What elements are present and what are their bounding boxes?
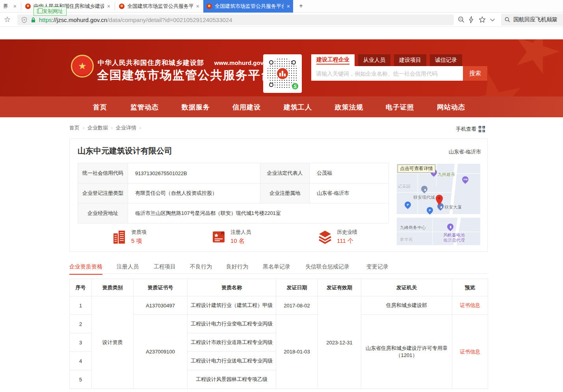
tab-change-records[interactable]: 变更记录 <box>366 263 388 270</box>
col-header: 资质类别 <box>92 279 134 296</box>
search-tab-project[interactable]: 建设项目 <box>394 54 426 66</box>
breadcrumb-sep-icon: › <box>83 125 84 131</box>
zoom-out-icon[interactable] <box>457 16 465 24</box>
nav-item-credit[interactable]: 信用建设 <box>232 103 261 112</box>
search-tab-enterprise[interactable]: 建设工程企业 <box>311 54 355 66</box>
nav-item-policy[interactable]: 政策法规 <box>335 103 363 112</box>
site-favicon-icon <box>119 4 124 9</box>
company-name: 山东中元建筑设计有限公司 <box>78 146 172 156</box>
breadcrumb-company-detail[interactable]: 企业详情 <box>116 124 136 131</box>
col-header: 资质名称 <box>188 279 276 296</box>
search-tab-label: 建设工程企业 <box>316 56 349 65</box>
url-field[interactable]: https://jzsc.mohurd.gov.cn/data/company/… <box>17 15 454 25</box>
map-label-supermarket: 九州超市 <box>438 172 455 178</box>
browser-tab-active[interactable]: 全国建筑市场监管公共服务平台 × <box>203 0 293 13</box>
field-label: 企业经营地址 <box>78 203 128 224</box>
keyword-search-input[interactable] <box>311 66 463 81</box>
qr-finder-icon <box>269 60 273 65</box>
breadcrumb-sep-icon: › <box>139 125 141 131</box>
header-search-tabs: 建设工程企业 从业人员 建设项目 诚信记录 <box>311 54 462 66</box>
location-map[interactable]: 点击可查看详情 ♦ 九州超市 ATM 记花园 ▗ 联安现代城 ▗ 联安大厦 P … <box>397 164 480 245</box>
close-icon[interactable]: × <box>107 3 110 9</box>
page: 界 × 中华人民共和国住房和城乡建设 × 全国建筑市场监管公共服务平台 × 全国… <box>0 0 563 392</box>
favorite-star-icon[interactable] <box>478 16 486 24</box>
valid-until: 2023-12-31 <box>318 296 361 389</box>
registration-region-value: 山东省-临沂市 <box>310 183 389 203</box>
tab-qualifications[interactable]: 企业资质资格 <box>69 263 102 275</box>
copy-icon <box>37 9 41 13</box>
tab-good-behavior[interactable]: 良好行为 <box>226 263 248 270</box>
legal-rep-value: 公茂福 <box>310 163 389 183</box>
map-label-garden: 记花园 <box>398 183 411 189</box>
url-scheme: https <box>39 17 52 23</box>
nav-item-supervision[interactable]: 监管动态 <box>130 103 159 112</box>
search-button[interactable]: 搜索 <box>463 66 487 81</box>
tab-title: 界 <box>3 3 10 10</box>
new-tab-button[interactable]: + <box>297 2 305 10</box>
registration-type-value: 有限责任公司（自然人投资或控股） <box>128 183 260 203</box>
qualification-name: 工程设计电力行业送电工程专业丙级 <box>188 352 276 370</box>
search-tab-label: 建设项目 <box>399 57 421 64</box>
qr-finder-icon <box>292 60 296 65</box>
parking-icon: P <box>426 206 435 215</box>
shield-icon[interactable] <box>21 17 27 23</box>
qualification-category: 设计资质 <box>92 296 134 389</box>
close-icon[interactable]: × <box>196 3 199 9</box>
row-no: 2 <box>70 315 92 333</box>
quick-search-box[interactable]: 国航回应飞机颠簸 <box>501 14 563 26</box>
breadcrumb-company-data[interactable]: 企业数据 <box>87 124 108 131</box>
browser-tab-partial[interactable]: 界 × <box>0 0 20 13</box>
header-qr-code: S <box>263 54 302 93</box>
platform-title: 全国建筑市场监管公共服务平台 <box>97 67 273 83</box>
search-tab-credit[interactable]: 诚信记录 <box>430 54 462 66</box>
nav-item-workers[interactable]: 建筑工人 <box>284 103 312 112</box>
tab-blacklist[interactable]: 黑名单记录 <box>263 263 290 270</box>
tab-divider <box>21 2 21 10</box>
search-tab-personnel[interactable]: 从业人员 <box>358 54 390 66</box>
copy-url-tooltip: 复制网址 <box>33 7 67 16</box>
tab-dishonesty-records[interactable]: 失信联合惩戒记录 <box>305 263 349 270</box>
breadcrumb-home[interactable]: 首页 <box>69 124 80 131</box>
search-tab-label: 从业人员 <box>363 57 385 64</box>
tab-projects[interactable]: 工程项目 <box>154 263 176 270</box>
authority-line: （1201） <box>364 352 450 359</box>
nav-item-home[interactable]: 首页 <box>93 103 107 112</box>
quick-search-text: 国航回应飞机颠簸 <box>513 16 557 23</box>
tab-registered-personnel[interactable]: 注册人员 <box>117 263 139 270</box>
tab-title: 全国建筑市场监管公共服务平台 <box>127 3 193 10</box>
search-icon <box>504 17 511 23</box>
nav-item-license[interactable]: 电子证照 <box>386 103 414 112</box>
copy-url-tooltip-text: 复制网址 <box>43 8 63 15</box>
tab-bad-behavior[interactable]: 不良行为 <box>190 263 212 270</box>
main-nav: 首页 监管动态 数据服务 信用建设 建筑工人 政策法规 电子证照 网站动态 <box>0 96 563 117</box>
nav-item-site-news[interactable]: 网站动态 <box>437 103 465 112</box>
nav-item-data-service[interactable]: 数据服务 <box>182 103 210 112</box>
flag-star-decoration <box>506 39 563 81</box>
map-label-modern-city: 联安现代城 <box>413 194 435 200</box>
field-label: 统一社会信用代码 <box>78 163 128 183</box>
browser-tab-jzsc[interactable]: 全国建筑市场监管公共服务平台 × <box>116 0 203 13</box>
cert-number: A237009100 <box>134 315 188 389</box>
stat-value: 111 个 <box>337 237 357 245</box>
close-icon[interactable]: × <box>13 3 17 9</box>
certificate-info-link[interactable]: 证书信息 <box>452 315 488 389</box>
tab-title: 全国建筑市场监管公共服务平台 <box>215 3 284 10</box>
close-icon[interactable]: × <box>287 3 290 9</box>
map-tooltip: 点击可查看详情 <box>398 165 435 173</box>
qualification-name: 工程设计市政行业道路工程专业丙级 <box>188 333 276 352</box>
certificate-info-link[interactable]: 证书信息 <box>452 296 488 315</box>
map-label-xinhua: 新华苑 <box>400 237 413 242</box>
company-info-table: 统一社会信用代码 91371302675501022B 企业法定代表人 公茂福 … <box>78 163 389 224</box>
national-emblem-logo: ★ <box>71 55 94 78</box>
bookmark-star-icon[interactable]: ☆ <box>4 15 11 24</box>
parking-icon: P <box>403 200 412 209</box>
chevron-down-icon[interactable] <box>489 16 496 24</box>
col-header: 发证日期 <box>276 279 318 296</box>
qr-pattern: S <box>267 58 298 89</box>
authority-line: 山东省住房和城乡建设厅许可专用章 <box>364 345 450 352</box>
certificate-icon <box>212 230 226 244</box>
lightning-icon[interactable] <box>467 16 475 24</box>
mobile-view[interactable]: 手机查看 <box>456 126 485 133</box>
map-label-lianan-tower: 联安大厦 <box>444 204 462 210</box>
qualification-name: 工程设计建筑行业（建筑工程）甲级 <box>188 296 276 315</box>
